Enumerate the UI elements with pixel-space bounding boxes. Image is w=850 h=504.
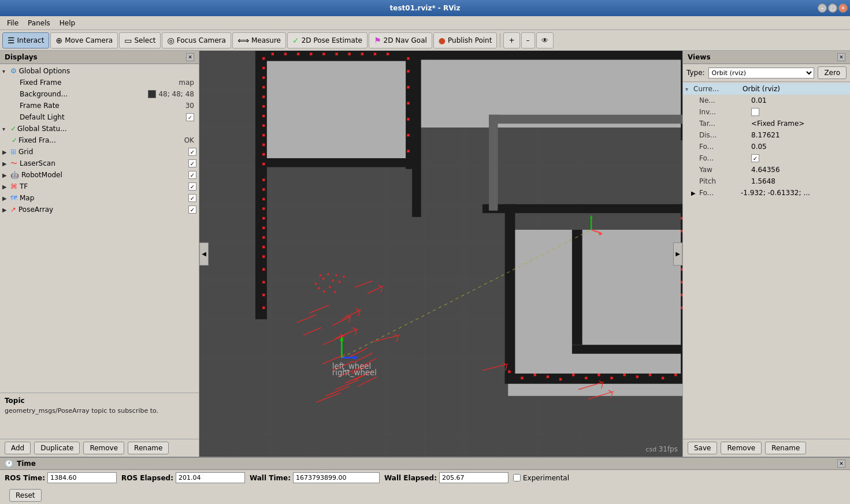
ros-elapsed-field: ROS Elapsed: xyxy=(121,472,245,483)
close-button[interactable]: ✕ xyxy=(838,3,848,13)
views-prop-1-checkbox[interactable] xyxy=(751,108,759,116)
wall-elapsed-input[interactable] xyxy=(439,472,508,483)
global-options-icon: ⚙ xyxy=(10,67,17,75)
fixed-frame-status-checkmark: ✓ xyxy=(12,136,17,144)
svg-rect-25 xyxy=(508,230,682,396)
default-light-item[interactable]: Default Light ✓ xyxy=(0,111,199,123)
frame-rate-item[interactable]: Frame Rate 30 xyxy=(0,100,199,111)
menu-panels[interactable]: Panels xyxy=(23,18,55,28)
map-visualization[interactable]: left_wheel right_wheel xyxy=(199,51,682,457)
views-prop-5[interactable]: Fo... ✓ xyxy=(683,152,850,164)
views-prop-8-key: Fo... xyxy=(699,189,741,197)
grid-toggle[interactable]: ▶ xyxy=(2,149,10,155)
svg-rect-67 xyxy=(284,53,287,55)
posearray-toggle[interactable]: ▶ xyxy=(2,207,10,213)
remove-display-button[interactable]: – xyxy=(521,32,535,48)
window-controls[interactable]: – □ ✕ xyxy=(818,3,848,13)
select-button[interactable]: ▭ Select xyxy=(119,32,161,48)
views-prop-8[interactable]: ▶ Fo... -1.932; -0.61332; ... xyxy=(683,187,850,199)
toolbar-sep xyxy=(500,33,500,47)
displays-panel-close[interactable]: ✕ xyxy=(186,53,194,61)
views-prop-7[interactable]: Pitch 1.5648 xyxy=(683,176,850,187)
global-status-toggle[interactable]: ▾ xyxy=(2,126,10,132)
duplicate-button[interactable]: Duplicate xyxy=(34,442,80,454)
views-prop-0[interactable]: Ne... 0.01 xyxy=(683,95,850,106)
menu-file[interactable]: File xyxy=(2,18,23,28)
robotmodel-item[interactable]: ▶ 🤖 RobotModel ✓ xyxy=(0,169,199,181)
views-prop-4[interactable]: Fo... 0.05 xyxy=(683,141,850,152)
reset-button[interactable]: Reset xyxy=(9,489,42,502)
views-prop-3[interactable]: Dis... 8.17621 xyxy=(683,129,850,141)
views-save-button[interactable]: Save xyxy=(688,442,717,454)
measure-button[interactable]: ⟺ Measure xyxy=(232,32,286,48)
viewport[interactable]: left_wheel right_wheel ◀ ▶ xyxy=(199,51,682,457)
laserscan-checkbox[interactable]: ✓ xyxy=(188,159,196,167)
minimize-button[interactable]: – xyxy=(818,3,827,13)
publish-point-button[interactable]: ● Publish Point xyxy=(433,32,498,48)
current-view-item[interactable]: ▾ Curre... Orbit (rviz) xyxy=(683,83,850,95)
add-display-button[interactable]: + xyxy=(503,32,519,48)
global-status-item[interactable]: ▾ ✓ Global Statu... xyxy=(0,123,199,135)
tf-item[interactable]: ▶ ⌘ TF ✓ xyxy=(0,181,199,192)
focus-camera-button[interactable]: ◎ Focus Camera xyxy=(162,32,231,48)
measure-label: Measure xyxy=(251,36,281,44)
time-panel-close[interactable]: ✕ xyxy=(837,460,845,468)
nav-goal-button[interactable]: ⚑ 2D Nav Goal xyxy=(369,32,432,48)
left-collapse-arrow[interactable]: ◀ xyxy=(199,242,209,266)
wall-time-input[interactable] xyxy=(293,472,380,483)
grid-item[interactable]: ▶ ⊞ Grid ✓ xyxy=(0,146,199,158)
views-remove-button[interactable]: Remove xyxy=(721,442,762,454)
info-title: Topic xyxy=(5,397,194,405)
views-prop-6[interactable]: Yaw 4.64356 xyxy=(683,164,850,176)
tf-toggle[interactable]: ▶ xyxy=(2,184,10,190)
displays-panel-header: Displays ✕ xyxy=(0,51,199,64)
move-camera-button[interactable]: ⊕ Move Camera xyxy=(50,32,118,48)
views-prop-2[interactable]: Tar... <Fixed Frame> xyxy=(683,118,850,129)
background-label: Background... xyxy=(20,90,148,98)
laserscan-toggle[interactable]: ▶ xyxy=(2,160,10,167)
maximize-button[interactable]: □ xyxy=(828,3,837,13)
pose-estimate-button[interactable]: ✓ 2D Pose Estimate xyxy=(287,32,368,48)
robotmodel-toggle[interactable]: ▶ xyxy=(2,172,10,178)
map-checkbox[interactable]: ✓ xyxy=(188,194,196,202)
grid-checkbox[interactable]: ✓ xyxy=(188,148,196,156)
camera-type-button[interactable]: 👁 xyxy=(536,32,554,48)
global-options-item[interactable]: ▾ ⚙ Global Options xyxy=(0,65,199,77)
views-type-select[interactable]: Orbit (rviz) xyxy=(708,68,815,79)
robotmodel-checkbox[interactable]: ✓ xyxy=(188,171,196,179)
map-toggle[interactable]: ▶ xyxy=(2,195,10,201)
ros-elapsed-input[interactable] xyxy=(176,472,245,483)
views-rename-button[interactable]: Rename xyxy=(765,442,806,454)
posearray-checkbox[interactable]: ✓ xyxy=(188,206,196,214)
remove-button[interactable]: Remove xyxy=(83,442,124,454)
grid-icon: ⊞ xyxy=(10,148,16,156)
menu-help[interactable]: Help xyxy=(55,18,80,28)
add-button[interactable]: Add xyxy=(5,442,31,454)
views-panel-close[interactable]: ✕ xyxy=(837,53,845,61)
views-prop-5-checkbox[interactable]: ✓ xyxy=(751,154,759,162)
laserscan-item[interactable]: ▶ 〜 LaserScan ✓ xyxy=(0,158,199,169)
svg-rect-30 xyxy=(681,51,682,140)
default-light-checkbox[interactable]: ✓ xyxy=(186,113,194,121)
experimental-checkbox[interactable] xyxy=(513,474,521,481)
tf-checkbox[interactable]: ✓ xyxy=(188,182,196,191)
fixed-frame-status-item[interactable]: ✓ Fixed Fra... OK xyxy=(0,135,199,146)
fixed-frame-item[interactable]: Fixed Frame map xyxy=(0,77,199,88)
map-item[interactable]: ▶ 🗺 Map ✓ xyxy=(0,192,199,204)
current-view-toggle[interactable]: ▾ xyxy=(685,86,693,92)
bottom-area: 🕐 Time ✕ ROS Time: ROS Elapsed: Wall Tim… xyxy=(0,457,850,504)
publish-point-label: Publish Point xyxy=(448,36,492,44)
posearray-item[interactable]: ▶ ↗ PoseArray ✓ xyxy=(0,204,199,215)
views-zero-button[interactable]: Zero xyxy=(818,66,847,79)
background-item[interactable]: Background... 48; 48; 48 xyxy=(0,88,199,100)
interact-button[interactable]: ☰ Interact xyxy=(2,32,49,48)
right-collapse-arrow[interactable]: ▶ xyxy=(673,242,682,266)
views-prop-1-key: Inv... xyxy=(699,108,751,116)
views-prop-1[interactable]: Inv... xyxy=(683,106,850,118)
svg-rect-72 xyxy=(348,53,350,55)
views-prop-8-toggle[interactable]: ▶ xyxy=(691,190,699,196)
rename-button[interactable]: Rename xyxy=(128,442,169,454)
global-options-toggle[interactable]: ▾ xyxy=(2,68,10,74)
svg-rect-52 xyxy=(262,163,265,165)
ros-time-input[interactable] xyxy=(47,472,117,483)
